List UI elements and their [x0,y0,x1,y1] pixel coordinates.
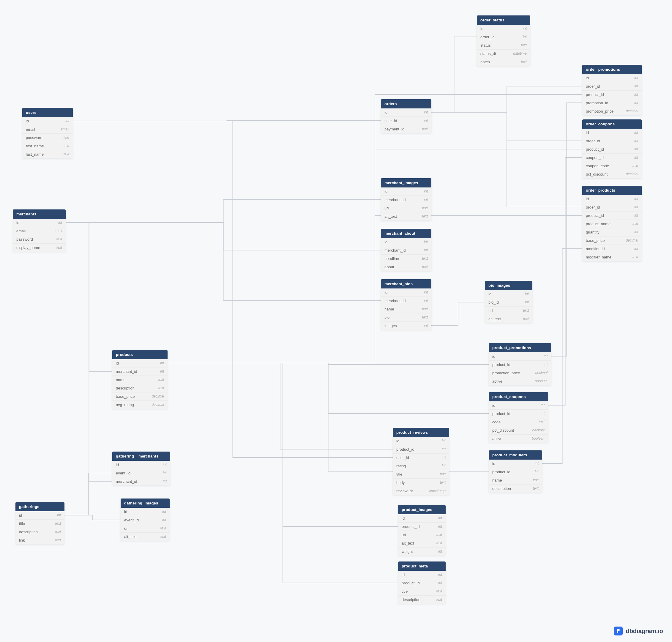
column-row[interactable]: linktext [15,536,64,544]
table-header[interactable]: products [112,350,168,359]
column-row[interactable]: ratingint [393,462,449,470]
column-row[interactable]: idint [582,74,642,82]
column-row[interactable]: urltext [121,524,170,532]
table-product_promotions[interactable]: product_promotionsidintproduct_idintprom… [489,343,551,385]
column-row[interactable]: user_idint [393,453,449,462]
column-row[interactable]: descriptiontext [112,384,168,392]
column-row[interactable]: biotext [381,313,431,321]
column-row[interactable]: product_idint [582,211,642,220]
column-row[interactable]: idint [477,25,530,33]
table-products[interactable]: productsidintmerchant_idintnametextdescr… [112,350,168,409]
column-row[interactable]: urltext [381,204,431,212]
column-row[interactable]: first_nametext [22,142,73,150]
column-row[interactable]: alt_texttext [381,212,431,220]
column-row[interactable]: bodytext [393,478,449,487]
column-row[interactable]: product_idint [398,579,445,587]
column-row[interactable]: display_nametext [13,243,66,252]
column-row[interactable]: merchant_idint [381,246,431,254]
column-row[interactable]: last_nametext [22,150,73,158]
column-row[interactable]: idint [582,195,642,203]
table-header[interactable]: product_meta [398,562,445,571]
column-row[interactable]: promotion_pricedecimal [489,369,551,377]
table-product_modifiers[interactable]: product_modifiersidintproduct_idintnamet… [489,450,542,492]
table-orders[interactable]: ordersidintuser_idintpayment_idtext [381,99,431,133]
table-bio_images[interactable]: bio_imagesidintbio_idinturltextalt_textt… [485,281,532,323]
table-merchants[interactable]: merchantsidintemailemailpasswordtextdisp… [13,209,66,252]
table-header[interactable]: gatherings [15,502,64,511]
column-row[interactable]: product_idint [393,445,449,453]
column-row[interactable]: nametext [381,305,431,313]
column-row[interactable]: idint [485,290,532,298]
column-row[interactable]: merchant_idint [112,367,168,375]
column-row[interactable]: emailemail [22,125,73,133]
column-row[interactable]: base_pricedecimal [582,236,642,244]
column-row[interactable]: idint [15,511,64,519]
column-row[interactable]: alt_texttext [398,539,445,547]
column-row[interactable]: activeboolean [489,434,548,442]
column-row[interactable]: imagesint [381,321,431,330]
column-row[interactable]: pct_discountdecimal [582,170,642,178]
column-row[interactable]: modifier_idint [582,244,642,253]
table-header[interactable]: product_promotions [489,343,551,352]
column-row[interactable]: promotion_pricedecimal [582,107,642,115]
table-gathering_images[interactable]: gathering_imagesidintevent_idinturltexta… [121,499,170,541]
table-merchant_images[interactable]: merchant_imagesidintmerchant_idinturltex… [381,178,431,220]
table-product_meta[interactable]: product_metaidintproduct_idinttitletextd… [398,562,445,604]
table-header[interactable]: orders [381,99,431,108]
table-merchant_about[interactable]: merchant_aboutidintmerchant_idintheadlin… [381,229,431,271]
table-header[interactable]: product_images [398,505,445,514]
column-row[interactable]: titletext [393,470,449,478]
column-row[interactable]: bio_idint [485,298,532,306]
column-row[interactable]: idint [13,219,66,227]
column-row[interactable]: idint [381,238,431,246]
column-row[interactable]: order_idint [477,33,530,41]
table-header[interactable]: gathering_images [121,499,170,508]
column-row[interactable]: pct_discountdecimal [489,426,548,434]
column-row[interactable]: product_idint [582,90,642,99]
column-row[interactable]: nametext [489,476,542,484]
table-product_reviews[interactable]: product_reviewsidintproduct_idintuser_id… [393,428,449,495]
column-row[interactable]: descriptiontext [398,595,445,604]
column-row[interactable]: alt_texttext [485,314,532,323]
column-row[interactable]: activeboolean [489,377,551,385]
column-row[interactable]: order_idint [582,82,642,90]
column-row[interactable]: idint [112,461,170,469]
column-row[interactable]: idint [393,437,449,445]
table-header[interactable]: merchant_images [381,178,431,188]
column-row[interactable]: abouttext [381,262,431,271]
table-header[interactable]: gathering__merchants [112,452,170,461]
column-row[interactable]: idint [121,508,170,516]
column-row[interactable]: urltext [485,306,532,314]
column-row[interactable]: idint [381,288,431,296]
column-row[interactable]: product_idint [489,467,542,476]
column-row[interactable]: alt_texttext [121,532,170,541]
column-row[interactable]: idint [381,188,431,195]
table-header[interactable]: product_reviews [393,428,449,437]
table-header[interactable]: order_products [582,186,642,195]
column-row[interactable]: codetext [489,418,548,426]
column-row[interactable]: idint [398,571,445,579]
column-row[interactable]: coupon_codetext [582,162,642,170]
column-row[interactable]: product_nametext [582,220,642,228]
table-product_images[interactable]: product_imagesidintproduct_idinturltexta… [398,505,445,555]
column-row[interactable]: urltext [398,530,445,539]
table-order_promotions[interactable]: order_promotionsidintorder_idintproduct_… [582,65,642,115]
column-row[interactable]: event_idint [112,469,170,477]
column-row[interactable]: order_idint [582,137,642,145]
table-header[interactable]: product_coupons [489,392,548,401]
column-row[interactable]: idint [489,460,542,467]
column-row[interactable]: promotion_idint [582,99,642,107]
table-header[interactable]: merchants [13,209,66,219]
table-header[interactable]: users [22,108,73,117]
er-diagram-canvas[interactable]: usersidintemailemailpasswordtextfirst_na… [0,0,672,642]
column-row[interactable]: idint [381,108,431,116]
table-header[interactable]: merchant_bios [381,279,431,288]
table-header[interactable]: bio_images [485,281,532,290]
column-row[interactable]: emailemail [13,227,66,235]
column-row[interactable]: product_idint [489,360,551,369]
table-header[interactable]: order_promotions [582,65,642,74]
column-row[interactable]: product_idint [582,145,642,153]
column-row[interactable]: headlinetext [381,254,431,262]
column-row[interactable]: idint [489,401,548,409]
table-header[interactable]: merchant_about [381,229,431,238]
